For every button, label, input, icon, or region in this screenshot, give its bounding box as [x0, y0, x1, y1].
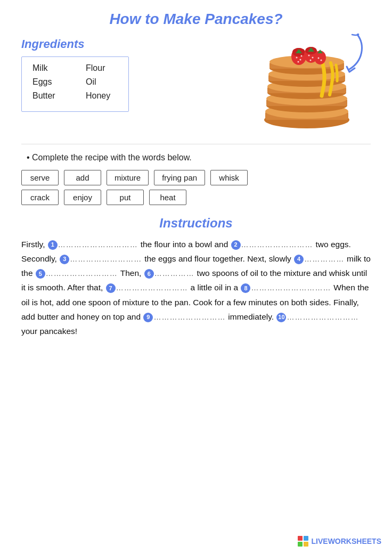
liveworksheets-text: LIVEWORKSHEETS: [312, 537, 381, 545]
instructions-body: Firstly, 1………………………… the flour into a bo…: [21, 237, 371, 338]
liveworksheets-logo: LIVEWORKSHEETS: [298, 536, 381, 547]
ingredient-milk: Milk: [32, 63, 64, 73]
word-whisk[interactable]: whisk: [210, 170, 248, 185]
lw-logo-mark: [298, 536, 308, 547]
word-frying-pan[interactable]: frying pan: [154, 170, 205, 185]
instr-p6: Then,: [120, 268, 144, 278]
blank-7: ………………………: [116, 283, 191, 292]
svg-point-24: [312, 57, 314, 59]
svg-point-18: [300, 59, 301, 61]
word-crack[interactable]: crack: [21, 190, 59, 205]
ingredient-row-2: Eggs Oil: [32, 77, 118, 87]
ingredients-title: Ingredients: [21, 37, 232, 51]
ingredient-eggs: Eggs: [32, 77, 64, 87]
lw-sq-4: [304, 542, 308, 547]
divider-1: [21, 144, 371, 144]
ingredient-row-3: Butter Honey: [32, 91, 118, 101]
instr-p11: your pancakes!: [21, 327, 77, 336]
badge-7: 7: [106, 283, 116, 293]
badge-6: 6: [144, 269, 154, 279]
instr-p1: Firstly,: [21, 240, 47, 249]
word-enjoy[interactable]: enjoy: [64, 190, 101, 205]
badge-8: 8: [241, 283, 250, 293]
badge-1: 1: [48, 240, 58, 250]
ingredients-box: Milk Flour Eggs Oil Butter Honey: [21, 56, 129, 112]
words-row-1: serve add mixture frying pan whisk: [21, 170, 371, 185]
pancake-image-container: [243, 37, 371, 133]
blank-9: ………………………: [153, 313, 228, 321]
svg-point-19: [298, 61, 299, 63]
ingredient-row-1: Milk Flour: [32, 63, 118, 73]
blank-2: ………………………: [241, 240, 316, 249]
bullet-instruction: • Complete the recipe with the words bel…: [27, 153, 371, 162]
svg-point-23: [308, 55, 310, 56]
ingredient-butter: Butter: [32, 91, 64, 101]
word-put[interactable]: put: [107, 190, 144, 205]
blank-3: ………………………: [70, 255, 144, 263]
ingredient-oil: Oil: [86, 77, 118, 87]
word-serve[interactable]: serve: [21, 170, 59, 185]
lw-sq-3: [298, 542, 303, 547]
instructions-title: Instructions: [21, 216, 371, 231]
blank-6: ……………: [154, 269, 197, 278]
words-row-2: crack enjoy put heat: [21, 190, 371, 205]
svg-point-28: [321, 60, 322, 61]
lw-sq-1: [298, 536, 303, 541]
svg-point-20: [301, 55, 303, 57]
svg-point-25: [310, 60, 312, 61]
ingredients-section: Ingredients Milk Flour Eggs Oil Butter H…: [21, 37, 371, 133]
ingredients-left: Ingredients Milk Flour Eggs Oil Butter H…: [21, 37, 232, 112]
instr-p2: the flour into a bowl and: [141, 240, 231, 249]
badge-9: 9: [143, 313, 153, 322]
badge-10: 10: [276, 313, 286, 322]
badge-5: 5: [36, 269, 45, 279]
ingredient-honey: Honey: [86, 91, 118, 101]
lw-sq-2: [304, 536, 308, 541]
ingredient-flour: Flour: [86, 63, 118, 73]
badge-2: 2: [231, 240, 241, 250]
badge-4: 4: [294, 255, 304, 264]
word-mixture[interactable]: mixture: [107, 170, 149, 185]
blank-5: ………………………: [46, 269, 120, 278]
svg-point-27: [318, 58, 320, 59]
instr-p10: immediately.: [228, 312, 276, 321]
instr-p8: a little oil in a: [191, 283, 241, 292]
word-heat[interactable]: heat: [149, 190, 186, 205]
instructions-section: Instructions Firstly, 1………………………… the fl…: [21, 216, 371, 338]
blank-4: ……………: [304, 255, 347, 263]
page-title: How to Make Pancakes?: [21, 11, 371, 28]
instr-p4: the eggs and flour together. Next, slowl…: [144, 254, 293, 263]
blank-1: …………………………: [58, 240, 141, 249]
badge-3: 3: [60, 255, 69, 264]
blank-10: ………………………: [287, 313, 358, 321]
blank-8: …………………………: [251, 283, 333, 292]
arrow-decoration-icon: [328, 32, 365, 75]
lw-squares-icon: [298, 536, 308, 547]
svg-point-17: [296, 57, 298, 59]
word-add[interactable]: add: [64, 170, 101, 185]
